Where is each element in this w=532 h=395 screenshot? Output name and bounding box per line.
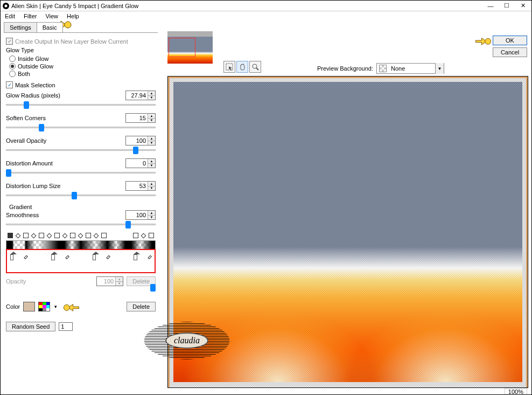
navigator-thumbnail[interactable]	[167, 31, 213, 64]
opacity-stop-slider[interactable]	[6, 287, 156, 294]
color-label: Color	[6, 303, 20, 310]
cancel-button[interactable]: Cancel	[493, 47, 527, 57]
preview-pane[interactable]	[167, 76, 528, 388]
svg-point-1	[64, 304, 70, 310]
gradient-color-stops[interactable]	[9, 252, 152, 260]
color-stop-icon[interactable]	[10, 254, 13, 260]
distortion-amount-input[interactable]	[126, 159, 148, 168]
param-glow-radius: Glow Radius (pixels) ▲▼	[6, 91, 156, 108]
radio-inside-glow-label: Inside Glow	[18, 56, 48, 62]
smoothness-spinner[interactable]: ▲▼	[125, 210, 156, 220]
glow-radius-input[interactable]	[126, 91, 148, 100]
navigator-viewport-box[interactable]	[169, 38, 195, 57]
mask-selection-label: Mask Selection	[15, 82, 55, 88]
glow-type-legend: Glow Type	[6, 47, 34, 53]
tutorial-pointer-icon	[474, 35, 493, 46]
opacity-label: Opacity	[6, 278, 26, 285]
random-seed-input[interactable]	[59, 322, 73, 331]
tutorial-pointer-icon	[62, 301, 80, 312]
smoothness-slider[interactable]	[6, 222, 156, 227]
radio-both-label: Both	[18, 71, 30, 77]
color-stop-icon[interactable]	[134, 254, 137, 260]
opacity-spinner[interactable]: ▲▼	[96, 276, 123, 286]
minimize-button[interactable]: —	[487, 3, 494, 9]
preview-image	[173, 82, 522, 382]
gradient-heading: Gradient	[9, 204, 156, 210]
radio-inside-glow[interactable]	[9, 56, 16, 62]
overall-opacity-label: Overall Opacity	[6, 137, 46, 144]
create-output-checkbox[interactable]	[6, 38, 13, 45]
distortion-amount-slider[interactable]	[6, 170, 156, 176]
glow-radius-slider[interactable]	[6, 102, 156, 108]
soften-corners-input[interactable]	[126, 114, 148, 122]
random-seed-button[interactable]: Random Seed	[6, 322, 55, 331]
param-overall-opacity: Overall Opacity ▲▼	[6, 136, 156, 153]
menubar: Edit Filter View Help	[1, 11, 531, 21]
svg-point-0	[65, 22, 71, 28]
color-delete-button[interactable]: Delete	[127, 302, 156, 311]
palette-button[interactable]	[38, 302, 50, 311]
create-output-label: Create Output In New Layer Below Current	[15, 38, 128, 45]
color-stop-icon[interactable]	[51, 254, 54, 260]
glow-radius-spinner[interactable]: ▲▼	[125, 91, 156, 100]
tutorial-highlight-box	[6, 249, 156, 273]
left-panel: Create Output In New Layer Below Current…	[1, 33, 161, 395]
glow-type-group: Glow Type Inside Glow Outside Glow Both	[6, 47, 156, 78]
distortion-lump-input[interactable]	[126, 182, 148, 190]
close-button[interactable]: ✕	[520, 3, 526, 9]
opacity-input[interactable]	[97, 277, 115, 286]
color-stop-icon[interactable]	[93, 254, 96, 260]
menu-filter[interactable]: Filter	[24, 13, 37, 19]
param-smoothness: Smoothness ▲▼	[6, 210, 156, 227]
preview-background-value: None	[389, 65, 435, 72]
svg-point-5	[485, 38, 491, 44]
gradient-color-row: Color ▼ Delete	[6, 301, 156, 312]
mask-selection-checkbox[interactable]	[6, 81, 13, 88]
radio-outside-glow-label: Outside Glow	[18, 63, 53, 70]
down-arrow-icon[interactable]: ▼	[148, 96, 155, 100]
overall-opacity-slider[interactable]	[6, 148, 156, 153]
menu-edit[interactable]: Edit	[5, 13, 15, 19]
create-output-checkbox-row: Create Output In New Layer Below Current	[6, 38, 156, 45]
soften-corners-spinner[interactable]: ▲▼	[125, 113, 156, 123]
window-controls: — ☐ ✕	[487, 3, 529, 9]
param-distortion-lump: Distortion Lump Size ▲▼	[6, 181, 156, 198]
transparency-swatch-icon	[379, 65, 387, 72]
distortion-lump-label: Distortion Lump Size	[6, 183, 61, 189]
overall-opacity-spinner[interactable]: ▲▼	[125, 136, 156, 145]
overall-opacity-input[interactable]	[126, 136, 148, 145]
gradient-opacity-row: Opacity ▲▼ Delete	[6, 276, 156, 286]
param-soften-corners: Soften Corners ▲▼	[6, 113, 156, 130]
preview-background-dropdown[interactable]: None ▼	[376, 63, 444, 74]
distortion-amount-spinner[interactable]: ▲▼	[125, 158, 156, 168]
dropdown-arrow-icon[interactable]: ▼	[53, 304, 59, 309]
maximize-button[interactable]: ☐	[503, 3, 510, 9]
svg-point-3	[253, 64, 257, 68]
app-icon	[3, 3, 9, 9]
soften-corners-slider[interactable]	[6, 125, 156, 130]
up-arrow-icon[interactable]: ▲	[148, 91, 155, 96]
radio-outside-glow[interactable]	[9, 63, 16, 70]
smoothness-label: Smoothness	[6, 212, 39, 218]
dialog-buttons: OK Cancel	[493, 36, 527, 57]
right-area: Preview Background: None ▼ OK Cancel 100…	[161, 33, 531, 395]
smoothness-input[interactable]	[126, 211, 148, 219]
tab-settings[interactable]: Settings	[4, 22, 37, 32]
preview-background-row: Preview Background: None ▼	[317, 63, 444, 74]
radio-both[interactable]	[9, 71, 16, 77]
color-swatch[interactable]	[23, 302, 35, 311]
preview-background-label: Preview Background:	[317, 65, 373, 72]
hand-tool-icon[interactable]	[236, 61, 248, 73]
ok-button[interactable]: OK	[493, 36, 527, 45]
tab-basic[interactable]: Basic	[37, 22, 63, 32]
distortion-lump-slider[interactable]	[6, 193, 156, 198]
gradient-opacity-stops[interactable]	[6, 233, 156, 240]
distortion-lump-spinner[interactable]: ▲▼	[125, 181, 156, 191]
dropdown-arrow-icon[interactable]: ▼	[435, 63, 444, 74]
gradient-editor: Opacity ▲▼ Delete Color ▼ Delete Random …	[6, 233, 156, 331]
tabs: Settings Basic	[4, 22, 158, 33]
zoom-tool-icon[interactable]	[249, 61, 261, 73]
svg-line-4	[256, 68, 258, 70]
soften-corners-label: Soften Corners	[6, 115, 46, 121]
selection-tool-icon[interactable]	[223, 61, 235, 73]
